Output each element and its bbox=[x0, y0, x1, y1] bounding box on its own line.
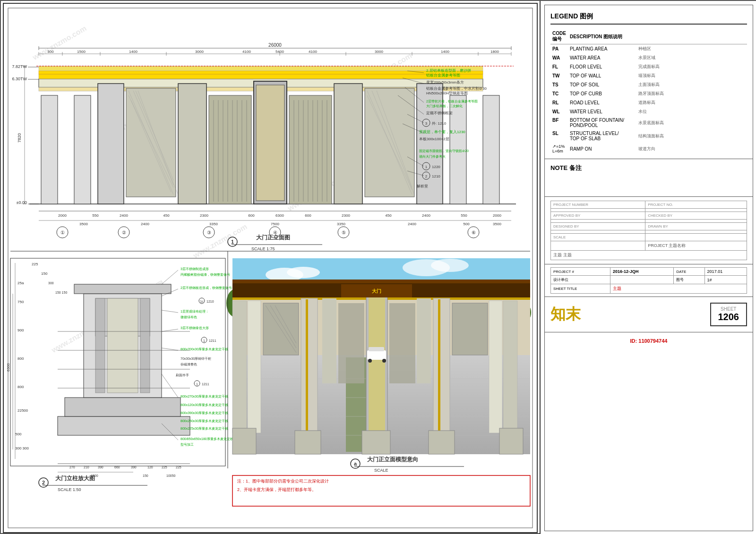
svg-text:铝板台金属参考等图: 铝板台金属参考等图 bbox=[426, 73, 460, 77]
svg-rect-268 bbox=[389, 303, 415, 383]
svg-text:600: 600 bbox=[305, 213, 311, 218]
legend-row-tw: TW TOP OF WALL 墙顶标高 bbox=[550, 71, 747, 80]
svg-rect-46 bbox=[39, 71, 483, 74]
svg-text:大门正立面图: 大门正立面图 bbox=[256, 234, 290, 241]
svg-text:2400: 2400 bbox=[422, 213, 430, 218]
svg-text:景观层，单个窗，复入1230: 景观层，单个窗，复入1230 bbox=[419, 130, 465, 134]
svg-text:800x700x30厚量多木麦龙定干栈: 800x700x30厚量多木麦龙定干栈 bbox=[180, 348, 228, 351]
svg-text:4100: 4100 bbox=[309, 50, 317, 54]
project-info-section: PROJECT NUMBER PROJECT NO. APPROVED BY C… bbox=[545, 197, 753, 264]
svg-text:2.层铝单板造型面，磨沙拼: 2.层铝单板造型面，磨沙拼 bbox=[426, 68, 471, 73]
sheet-number-box: SHEET 1206 bbox=[710, 303, 747, 326]
svg-rect-281 bbox=[499, 428, 523, 454]
legend-row-tc: TC TOP OF CURB 路牙顶面标高 bbox=[550, 89, 747, 98]
svg-text:②: ② bbox=[122, 230, 126, 235]
project-info-row-7: SCALE bbox=[551, 234, 747, 241]
svg-text:①: ① bbox=[60, 230, 65, 235]
svg-rect-158 bbox=[74, 284, 171, 294]
svg-text:3: 3 bbox=[425, 121, 428, 126]
svg-rect-161 bbox=[107, 298, 138, 393]
svg-rect-7 bbox=[74, 95, 91, 204]
svg-text:4100: 4100 bbox=[242, 50, 251, 54]
svg-text:150: 150 bbox=[143, 474, 148, 477]
svg-rect-257 bbox=[248, 301, 261, 433]
svg-text:型号加工: 型号加工 bbox=[180, 443, 194, 446]
svg-text:6300: 6300 bbox=[275, 213, 284, 218]
svg-text:660: 660 bbox=[114, 466, 120, 469]
svg-rect-6 bbox=[41, 95, 58, 204]
svg-text:800x390x30厚量多木麦龙定干栈: 800x390x30厚量多木麦龙定干栈 bbox=[180, 411, 228, 415]
svg-text:⑤: ⑤ bbox=[342, 230, 346, 235]
svg-text:大门: 大门 bbox=[371, 288, 381, 294]
legend-title: LEGEND 图例 bbox=[550, 12, 747, 25]
svg-rect-37 bbox=[334, 84, 362, 204]
svg-text:7500: 7500 bbox=[271, 222, 279, 226]
project-info-row-3: APPROVED BY CHECKED BY bbox=[551, 212, 747, 220]
svg-text:120: 120 bbox=[147, 466, 153, 469]
svg-text:300: 300 bbox=[48, 281, 54, 285]
svg-text:3000: 3000 bbox=[195, 50, 204, 54]
svg-text:22500: 22500 bbox=[17, 408, 28, 413]
svg-text:③: ③ bbox=[207, 230, 211, 235]
svg-text:25a: 25a bbox=[17, 281, 24, 285]
svg-text:800: 800 bbox=[17, 356, 24, 361]
svg-rect-269 bbox=[417, 298, 431, 383]
svg-text:SCALE  1:50: SCALE 1:50 bbox=[58, 487, 81, 492]
svg-text:2层不锈钢板造形成，铁钢整套做号: 2层不锈钢板造形成，铁钢整套做号 bbox=[180, 286, 232, 290]
project-info-row-9: 主题 主题 bbox=[551, 251, 747, 260]
legend-row-sl: SL STRUCTURAL LEVEL/TOP OF SLAB 结构顶面标高 bbox=[550, 129, 747, 143]
svg-text:变宽200x50x3mm条方: 变宽200x50x3mm条方 bbox=[426, 80, 464, 85]
svg-rect-162 bbox=[140, 298, 150, 393]
svg-text:800x250x30厚量多木麦龙定干栈: 800x250x30厚量多木麦龙定干栈 bbox=[180, 419, 228, 423]
svg-text:3500: 3500 bbox=[79, 222, 88, 226]
svg-rect-278 bbox=[295, 431, 321, 454]
svg-rect-45 bbox=[483, 95, 499, 204]
svg-text:800x270x30厚量多木麦龙定干栈: 800x270x30厚量多木麦龙定干栈 bbox=[180, 395, 228, 398]
svg-rect-28 bbox=[289, 95, 332, 204]
svg-text:1500: 1500 bbox=[77, 50, 86, 54]
svg-text:铝板台金属参考等图，中水片割⊘30: 铝板台金属参考等图，中水片割⊘30 bbox=[426, 86, 487, 91]
svg-text:2000: 2000 bbox=[58, 213, 67, 218]
svg-text:450: 450 bbox=[163, 213, 170, 218]
svg-text:3层不锈钢制造成形: 3层不锈钢制造成形 bbox=[180, 267, 209, 271]
svg-text:墙向大门件参考大: 墙向大门件参考大 bbox=[419, 155, 446, 159]
svg-text:500: 500 bbox=[463, 222, 470, 226]
project-info-row-5: DESIGNED BY DRAWN BY bbox=[551, 223, 747, 230]
svg-rect-277 bbox=[232, 428, 256, 454]
svg-rect-17 bbox=[209, 95, 251, 204]
svg-text:150 150: 150 150 bbox=[55, 291, 67, 294]
svg-text:270: 270 bbox=[69, 466, 75, 469]
svg-text:注：1、图中每部部分仍需专业公司二次深化设计: 注：1、图中每部部分仍需专业公司二次深化设计 bbox=[237, 479, 329, 483]
svg-text:800: 800 bbox=[17, 385, 24, 389]
svg-text:刷面件手: 刷面件手 bbox=[176, 373, 189, 377]
svg-rect-271 bbox=[438, 299, 440, 434]
svg-text:225: 225 bbox=[176, 466, 181, 469]
svg-line-210 bbox=[162, 374, 178, 398]
svg-text:500: 500 bbox=[15, 432, 22, 436]
svg-text:5400: 5400 bbox=[275, 50, 284, 54]
logo-znzmo: 知末 bbox=[550, 304, 581, 325]
svg-text:外: 1210: 外: 1210 bbox=[432, 121, 447, 126]
legend-table: CODE 编号 DESCRIPTION 图纸说明 PA PLANTING ARE… bbox=[550, 29, 747, 155]
svg-text:800x120x30厚量多木麦龙定干栈: 800x120x30厚量多木麦龙定干栈 bbox=[180, 403, 228, 407]
svg-line-209 bbox=[162, 348, 178, 350]
svg-rect-253 bbox=[232, 280, 530, 283]
legend-row-pa: PA PLANTING AREA 种植区 bbox=[550, 44, 747, 54]
svg-text:丙烯酸树脂份磁漆，铁钢整套做号: 丙烯酸树脂份磁漆，铁钢整套做号 bbox=[180, 273, 230, 277]
id-section: ID: 1100794744 bbox=[545, 332, 753, 348]
svg-rect-263 bbox=[306, 299, 308, 434]
svg-rect-270 bbox=[433, 298, 450, 435]
svg-text:3500: 3500 bbox=[493, 222, 501, 226]
svg-rect-160 bbox=[95, 298, 105, 393]
svg-rect-4 bbox=[39, 74, 483, 79]
svg-rect-265 bbox=[338, 303, 364, 383]
legend-row-ramp: ↗=1%L=6m RAMP ON 坡道方向 bbox=[550, 143, 747, 155]
svg-text:份磁漆整色: 份磁漆整色 bbox=[180, 363, 197, 366]
svg-text:300 300: 300 300 bbox=[15, 446, 29, 450]
svg-text:SCALE: SCALE bbox=[374, 468, 388, 473]
svg-line-205 bbox=[162, 270, 178, 284]
sheet-title-row: SHEET TITLE 主题 bbox=[551, 284, 747, 294]
svg-rect-155 bbox=[58, 416, 190, 435]
svg-text:150: 150 bbox=[41, 271, 48, 276]
main-container: www.znzmo.com www.znzmo.com www.znzmo.co… bbox=[0, 0, 756, 534]
